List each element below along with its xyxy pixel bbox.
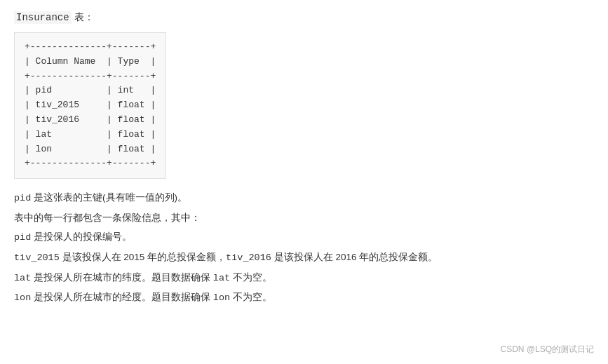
description-block: pid 是这张表的主键(具有唯一值的列)。 表中的每一行都包含一条保险信息，其中…: [14, 189, 594, 307]
table-name-label: Insurance: [14, 11, 72, 24]
intro-line: Insurance 表：: [14, 11, 594, 24]
desc-pid-key: pid 是这张表的主键(具有唯一值的列)。: [14, 189, 594, 208]
desc-pid: pid 是投保人的投保编号。: [14, 228, 594, 247]
schema-table: +--------------+-------+ | Column Name |…: [14, 32, 166, 179]
desc-row-info: 表中的每一行都包含一条保险信息，其中：: [14, 209, 594, 227]
intro-suffix: 表：: [72, 11, 94, 22]
desc-lon: lon 是投保人所在城市的经度。题目数据确保 lon 不为空。: [14, 288, 594, 307]
desc-lat: lat 是投保人所在城市的纬度。题目数据确保 lat 不为空。: [14, 269, 594, 288]
desc-tiv: tiv_2015 是该投保人在 2015 年的总投保金额，tiv_2016 是该…: [14, 248, 594, 267]
watermark: CSDN @LSQ的测试日记: [500, 344, 594, 356]
